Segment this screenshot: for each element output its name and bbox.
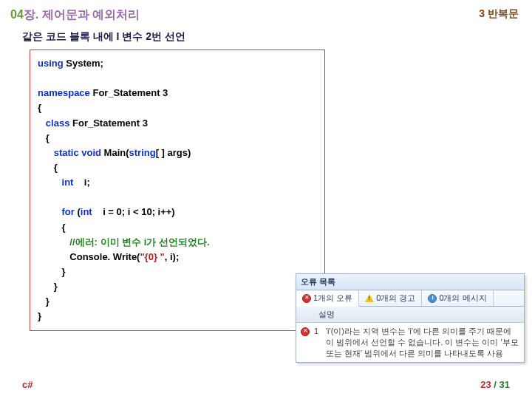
code-text: { <box>38 131 317 146</box>
errors-tab-label: 1개의 오류 <box>313 293 352 304</box>
code-text: Main( <box>101 147 129 158</box>
info-icon <box>428 294 437 303</box>
chapter-number: 04 <box>10 8 24 21</box>
error-tabs: 1개의 오류 0개의 경고 0개의 메시지 <box>296 290 524 307</box>
chapter-title: 04장. 제어문과 예외처리 <box>10 7 140 23</box>
messages-tab[interactable]: 0개의 메시지 <box>422 290 493 306</box>
code-text: Console. Write( <box>38 251 140 262</box>
footer: c# 23 / 31 <box>0 379 532 390</box>
messages-tab-label: 0개의 메시지 <box>439 293 486 304</box>
comment: //에러: 이미 변수 i가 선언되었다. <box>69 236 209 248</box>
error-message: 'i'(이)라는 지역 변수는 'i'에 다른 의미를 주기 때문에 이 범위에… <box>326 326 519 359</box>
keyword: using <box>38 58 64 69</box>
keyword: class <box>46 117 70 129</box>
keyword: for <box>62 206 75 217</box>
code-text: System; <box>64 58 103 69</box>
code-text: } <box>38 309 317 324</box>
code-text: } <box>38 265 317 279</box>
keyword: int <box>62 177 74 188</box>
slide-subtitle: 같은 코드 블록 내에 I 변수 2번 선언 <box>0 27 532 50</box>
code-text: i; <box>73 177 89 188</box>
error-panel-title: 오류 목록 <box>296 274 524 290</box>
string-literal: "{0} " <box>140 251 164 262</box>
code-text: { <box>38 100 317 115</box>
code-text: { <box>38 220 317 235</box>
error-icon <box>301 327 310 336</box>
error-column-header: 설명 <box>296 307 524 323</box>
code-text: , i); <box>165 251 180 262</box>
keyword: namespace <box>38 87 90 98</box>
language-label: c# <box>22 379 33 390</box>
code-block: using System; namespace For_Statement 3 … <box>30 50 325 331</box>
keyword: static void <box>54 147 101 158</box>
code-text: { <box>38 160 317 175</box>
code-text: } <box>38 279 317 294</box>
warnings-tab-label: 0개의 경고 <box>376 293 415 304</box>
code-text: [ ] args) <box>156 147 191 158</box>
page-current: 23 <box>480 379 491 390</box>
error-list-panel: 오류 목록 1개의 오류 0개의 경고 0개의 메시지 설명 1 'i'(이)라… <box>296 273 525 363</box>
code-text: i = 0; i < 10; i++) <box>92 206 175 217</box>
code-text: } <box>38 294 317 309</box>
error-icon <box>302 294 311 303</box>
keyword: string <box>129 147 156 158</box>
warning-icon <box>365 294 374 302</box>
page-total: 31 <box>499 379 510 390</box>
warnings-tab[interactable]: 0개의 경고 <box>359 290 422 306</box>
keyword: int <box>81 206 92 217</box>
header: 04장. 제어문과 예외처리 3 반복문 <box>0 0 532 27</box>
chapter-label: 장. 제어문과 예외처리 <box>24 8 140 21</box>
section-title: 3 반복문 <box>479 7 519 23</box>
error-number: 1 <box>314 326 321 359</box>
code-text: ( <box>75 206 81 217</box>
errors-tab[interactable]: 1개의 오류 <box>296 290 359 307</box>
code-text: For_Statement 3 <box>90 87 168 98</box>
page-separator: / <box>491 379 499 390</box>
code-text: For_Statement 3 <box>69 117 147 129</box>
error-row[interactable]: 1 'i'(이)라는 지역 변수는 'i'에 다른 의미를 주기 때문에 이 범… <box>296 323 524 362</box>
page-indicator: 23 / 31 <box>480 379 510 390</box>
